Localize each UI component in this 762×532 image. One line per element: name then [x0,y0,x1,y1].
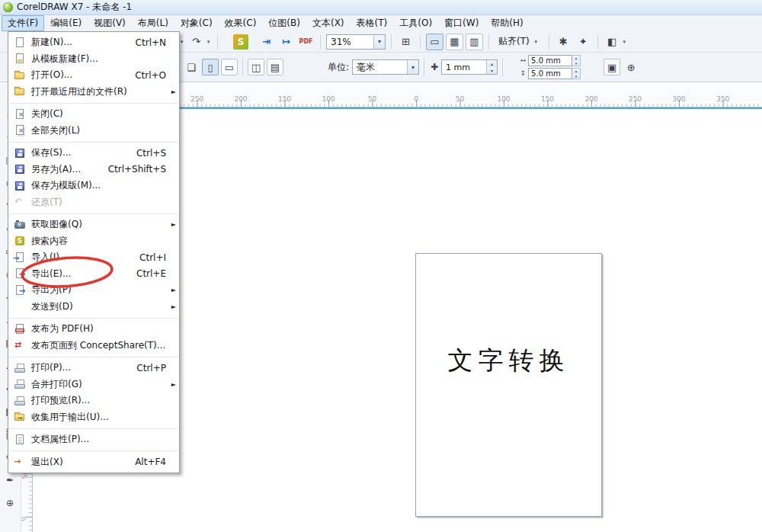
menubar-item-窗口[interactable]: 窗口(W) [438,15,485,31]
menu-item-export[interactable]: 导出(E)...Ctrl+E [8,266,179,283]
menubar-item-编辑[interactable]: 编辑(E) [44,15,88,31]
duplicate-x-value[interactable]: 5.0 mm [528,55,572,66]
all-pages-icon[interactable]: ◫ [248,59,264,75]
snap-to-dropdown[interactable]: 贴齐(T)▾ [495,34,543,50]
welcome-screen-icon[interactable]: ✦ [575,34,592,50]
portrait-orientation-icon[interactable]: ▯ [202,59,219,75]
menu-item-save-as[interactable]: 另存为(A)...Ctrl+Shift+S [8,162,179,178]
publish-pdf-icon [12,323,27,335]
bounding-box-icon[interactable]: ▣ [604,59,620,75]
document-page[interactable]: 文字转换 [415,253,602,517]
menu-item-label: 导出(E)... [31,268,136,280]
search-content-icon[interactable]: S [233,34,248,50]
spin-up-icon[interactable]: ▴ [487,60,497,67]
menu-item-close-all[interactable]: 全部关闭(L) [8,123,179,139]
submenu-arrow-icon: ► [168,221,176,228]
propbar-separator [242,58,243,76]
spin-down-icon[interactable]: ▾ [572,74,580,79]
spinner-buttons[interactable]: ▴▾ [572,55,581,66]
options-icon[interactable]: ✱ [555,34,572,50]
interactive-fill-tool-icon[interactable]: ✒ [2,473,18,488]
menubar-item-布局[interactable]: 布局(L) [132,15,174,31]
menu-item-label: 打开(O)... [31,69,135,82]
spinner-buttons[interactable]: ▴ ▾ [486,60,497,74]
menubar-item-视图[interactable]: 视图(V) [88,15,132,31]
revert-icon [12,196,27,208]
menu-item-search-content[interactable]: 搜索内容 [8,233,179,250]
menubar-item-位图[interactable]: 位图(B) [262,15,306,31]
menu-item-print-preview[interactable]: 打印预览(R)... [8,393,179,409]
show-grid-icon[interactable]: ▦ [446,34,463,50]
menu-item-import[interactable]: 导入(I)Ctrl+I [8,249,179,266]
page-size-stack-icon[interactable]: ❏ [183,59,200,75]
menu-item-label: 导入(I) [31,251,139,264]
menu-item-open-folder[interactable]: 打开(O)...Ctrl+O [8,67,179,84]
menu-bar: 文件(F)编辑(E)视图(V)布局(L)对象(C)效果(C)位图(B)文本(X)… [0,15,762,32]
menubar-item-文件[interactable]: 文件(F) [2,15,44,31]
app-launcher-dropdown-icon[interactable]: ▾ [621,39,628,45]
menubar-item-工具[interactable]: 工具(O) [393,15,438,31]
fullscreen-preview-icon[interactable]: ⊞ [397,34,415,50]
circle-plus-icon[interactable]: ⊕ [623,59,639,75]
export-icon [12,268,27,280]
smart-fill-tool-icon[interactable]: ⊕ [2,495,18,511]
file-menu-dropdown: 新建(N)...Ctrl+N从模板新建(F)...打开(O)...Ctrl+O打… [8,31,180,473]
vruler-label: 0 [21,517,27,521]
menu-item-label: 打印预览(R)... [31,394,166,407]
save-as-icon [12,163,27,175]
current-page-icon[interactable]: ▤ [267,59,283,75]
redo-icon[interactable]: ↷ [187,34,205,50]
menubar-item-对象[interactable]: 对象(C) [174,15,219,31]
menu-item-new-doc[interactable]: 新建(N)...Ctrl+N [8,34,179,51]
export-icon[interactable]: ↦ [277,34,295,50]
chevron-down-icon[interactable]: ▾ [407,60,418,74]
save-icon [12,147,27,159]
redo-dropdown-icon[interactable]: ▾ [205,39,212,45]
nudge-offset-spinner[interactable]: 1 mm ▴ ▾ [441,59,498,75]
menu-item-doc-properties[interactable]: 文档属性(P)... [8,431,179,448]
import-icon[interactable]: ⇥ [258,34,275,50]
zoom-level-combobox[interactable]: 31%▾ [326,34,386,50]
submenu-arrow-icon: ► [168,303,176,310]
menu-item-shortcut: Ctrl+N [136,37,166,48]
menu-item-conceptshare[interactable]: 发布页面到 ConceptShare(T)... [8,338,179,354]
menu-item-label: 保存为模版(M)... [31,179,166,192]
menu-item-export-as[interactable]: 导出为(P)► [8,282,179,299]
menu-item-save-template[interactable]: 保存为模版(M)... [8,178,179,194]
spin-down-icon[interactable]: ▾ [572,61,580,66]
menu-item-save[interactable]: 保存(S)...Ctrl+S [8,145,179,162]
menu-item-new-template[interactable]: 从模板新建(F)... [8,51,179,68]
menu-item-send-to[interactable]: 发送到(D)► [8,299,179,316]
show-guidelines-icon[interactable]: ▥ [466,34,483,50]
menubar-item-文本[interactable]: 文本(X) [306,15,351,31]
menubar-item-表格[interactable]: 表格(T) [351,15,394,31]
menu-item-shortcut: Ctrl+E [136,268,166,279]
save-template-icon [12,180,27,192]
page-text-object[interactable]: 文字转换 [416,344,601,378]
spinner-buttons[interactable]: ▴▾ [572,68,581,79]
propbar-right-group: ▣⊕ [604,59,639,75]
spin-down-icon[interactable]: ▾ [487,67,497,74]
hruler-label: 300 [672,95,685,103]
menu-item-close-doc[interactable]: 关闭(C) [8,106,179,123]
menu-separator [10,103,178,104]
menu-item-merge-print[interactable]: 合并打印(G)► [8,377,179,393]
chevron-down-icon[interactable]: ▾ [373,35,385,49]
units-combobox[interactable]: 毫米 ▾ [352,59,419,75]
menubar-item-帮助[interactable]: 帮助(H) [485,15,529,31]
menu-item-acquire-image[interactable]: 获取图像(Q)► [8,216,179,233]
menu-item-label: 发布页面到 ConceptShare(T)... [31,339,166,352]
menu-item-collect-output[interactable]: 收集用于输出(U)... [8,409,179,426]
menu-item-recent[interactable]: 打开最近用过的文件(R)► [8,84,179,101]
duplicate-y-value[interactable]: 5.0 mm [528,68,572,79]
menu-item-publish-pdf[interactable]: 发布为 PDF(H) [8,321,179,338]
publish-pdf-icon[interactable]: PDF [297,34,315,50]
menu-item-print[interactable]: 打印(P)...Ctrl+P [8,360,179,377]
show-rulers-icon[interactable]: ▭ [426,34,443,50]
landscape-orientation-icon[interactable]: ▭ [221,59,238,75]
duplicate-y-icon: ↕ [518,68,528,79]
menubar-item-效果[interactable]: 效果(C) [219,15,263,31]
hruler-label: 350 [716,95,729,103]
app-launcher-icon[interactable]: ◧ [604,34,621,50]
menu-item-exit[interactable]: 退出(X)Alt+F4 [8,454,179,471]
